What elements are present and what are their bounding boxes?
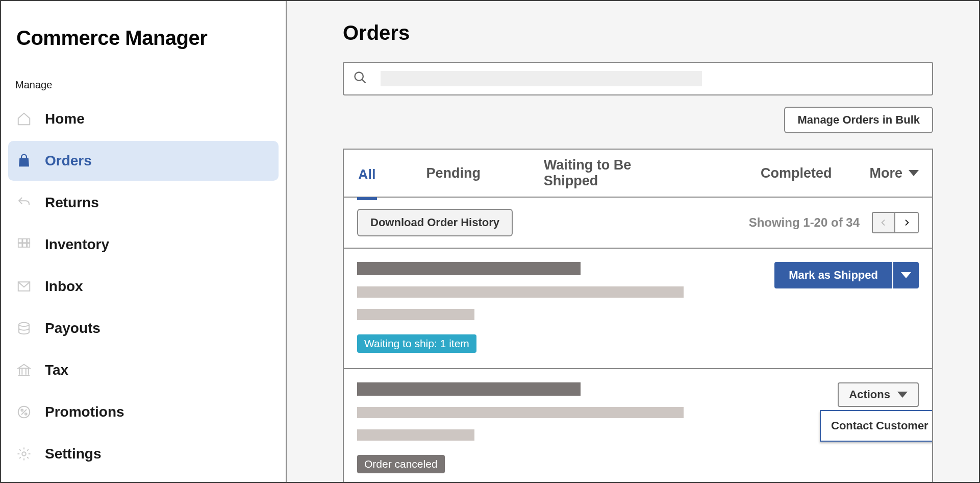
svg-point-11: [22, 452, 26, 456]
svg-point-7: [19, 323, 29, 327]
actions-label: Actions: [849, 388, 890, 401]
tab-completed[interactable]: Completed: [760, 162, 833, 184]
sidebar-item-label: Promotions: [45, 404, 124, 420]
app-container: Commerce Manager Manage Home Orders Retu…: [0, 0, 980, 483]
sidebar: Commerce Manager Manage Home Orders Retu…: [1, 1, 287, 482]
sidebar-item-returns[interactable]: Returns: [8, 183, 279, 223]
chevron-right-icon: [902, 219, 911, 227]
sidebar-item-payouts[interactable]: Payouts: [8, 308, 279, 348]
mark-shipped-label: Mark as Shipped: [774, 262, 892, 288]
mark-shipped-dropdown-toggle[interactable]: [892, 262, 919, 288]
actions-dropdown-button[interactable]: Actions: [838, 382, 919, 407]
chevron-down-icon: [897, 392, 908, 398]
order-row: Waiting to ship: 1 item Mark as Shipped: [344, 249, 932, 369]
sidebar-item-label: Orders: [45, 153, 92, 169]
showing-count: Showing 1-20 of 34: [749, 215, 860, 230]
bulk-row: Manage Orders in Bulk: [343, 107, 933, 133]
svg-rect-4: [23, 244, 27, 248]
svg-point-9: [21, 409, 23, 411]
svg-rect-0: [18, 239, 22, 243]
sidebar-item-label: Returns: [45, 195, 99, 211]
percent-icon: [15, 403, 33, 421]
svg-rect-3: [18, 244, 22, 248]
gear-icon: [15, 445, 33, 463]
bank-icon: [15, 361, 33, 379]
svg-rect-1: [23, 239, 27, 243]
search-icon: [353, 70, 367, 87]
sidebar-item-label: Home: [45, 111, 85, 127]
placeholder-line: [357, 382, 581, 396]
home-icon: [15, 110, 33, 128]
svg-rect-2: [27, 239, 30, 243]
sidebar-item-tax[interactable]: Tax: [8, 350, 279, 390]
app-title: Commerce Manager: [8, 27, 279, 50]
sidebar-item-home[interactable]: Home: [8, 99, 279, 139]
mark-shipped-button[interactable]: Mark as Shipped: [774, 262, 919, 288]
status-badge: Order canceled: [357, 455, 445, 473]
sidebar-item-label: Tax: [45, 362, 68, 378]
actions-dropdown-menu: Contact Customer: [820, 410, 933, 442]
sidebar-item-label: Inbox: [45, 278, 83, 295]
status-badge: Waiting to ship: 1 item: [357, 334, 476, 353]
page-title: Orders: [343, 21, 933, 44]
sidebar-item-promotions[interactable]: Promotions: [8, 392, 279, 432]
sidebar-item-label: Inventory: [45, 236, 109, 253]
sidebar-item-orders[interactable]: Orders: [8, 141, 279, 181]
tab-all[interactable]: All: [357, 164, 377, 200]
download-history-button[interactable]: Download Order History: [357, 209, 513, 236]
svg-point-12: [355, 73, 363, 81]
mail-icon: [15, 278, 33, 295]
search-placeholder: [381, 71, 702, 86]
order-actions: Actions Contact Customer: [838, 382, 919, 407]
toolbar: Download Order History Showing 1-20 of 3…: [344, 198, 932, 249]
manage-bulk-button[interactable]: Manage Orders in Bulk: [784, 107, 933, 133]
tab-bar: All Pending Waiting to Be Shipped Comple…: [344, 150, 932, 198]
main-content: Orders Manage Orders in Bulk All Pending…: [287, 1, 979, 482]
svg-point-10: [25, 413, 27, 415]
order-actions: Mark as Shipped: [774, 262, 919, 288]
placeholder-line: [357, 309, 474, 320]
placeholder-line: [357, 286, 684, 298]
sidebar-item-inbox[interactable]: Inbox: [8, 267, 279, 306]
placeholder-line: [357, 262, 581, 275]
coins-icon: [15, 320, 33, 337]
pager-next-button[interactable]: [895, 213, 918, 232]
tab-more[interactable]: More: [869, 165, 919, 181]
bag-icon: [15, 152, 33, 170]
pager: [872, 212, 919, 233]
sidebar-item-label: Payouts: [45, 320, 100, 336]
sidebar-item-inventory[interactable]: Inventory: [8, 225, 279, 264]
placeholder-line: [357, 407, 684, 418]
chevron-left-icon: [880, 219, 888, 227]
dropdown-item-contact-customer[interactable]: Contact Customer: [821, 411, 933, 441]
orders-panel: All Pending Waiting to Be Shipped Comple…: [343, 149, 933, 482]
tab-more-label: More: [869, 165, 902, 181]
placeholder-line: [357, 429, 474, 441]
tab-pending[interactable]: Pending: [425, 162, 482, 184]
sidebar-item-settings[interactable]: Settings: [8, 434, 279, 474]
search-input[interactable]: [343, 62, 933, 95]
return-icon: [15, 194, 33, 211]
tab-waiting[interactable]: Waiting to Be Shipped: [543, 154, 683, 192]
pager-prev-button[interactable]: [873, 213, 895, 232]
order-row: Order canceled Actions Contact Customer: [344, 369, 932, 482]
chevron-down-icon: [901, 272, 911, 278]
sidebar-section-label: Manage: [8, 50, 279, 97]
grid-icon: [15, 236, 33, 253]
svg-rect-5: [27, 244, 30, 248]
sidebar-item-label: Settings: [45, 446, 101, 462]
chevron-down-icon: [909, 170, 919, 176]
